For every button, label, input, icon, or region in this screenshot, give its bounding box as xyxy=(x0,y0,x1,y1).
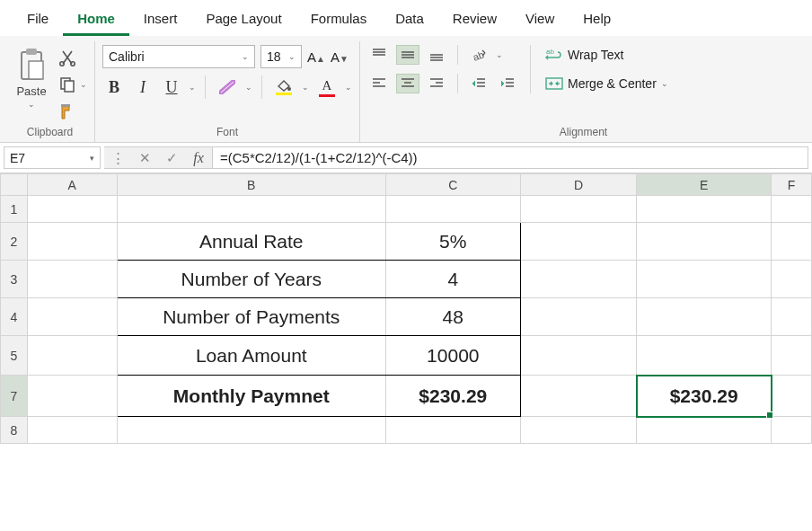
font-size-select[interactable]: 18 ⌄ xyxy=(260,45,302,68)
fill-color-button[interactable] xyxy=(271,79,296,95)
menu-file[interactable]: File xyxy=(13,5,63,36)
col-header-C[interactable]: C xyxy=(385,174,520,196)
cell-E3[interactable] xyxy=(637,261,772,298)
cell-A5[interactable] xyxy=(27,336,117,376)
col-header-B[interactable]: B xyxy=(117,174,385,196)
cell-C3[interactable]: 4 xyxy=(385,261,520,298)
cell-B5[interactable]: Loan Amount xyxy=(117,336,385,376)
font-color-button[interactable]: A xyxy=(314,78,340,97)
menu-data[interactable]: Data xyxy=(381,5,438,36)
row-header-2[interactable]: 2 xyxy=(1,223,28,261)
enter-formula-button[interactable]: ✓ xyxy=(158,150,185,166)
cell-E5[interactable] xyxy=(637,336,772,376)
cell-E8[interactable] xyxy=(637,417,772,444)
cell-C7[interactable]: $230.29 xyxy=(385,376,520,417)
col-header-A[interactable]: A xyxy=(27,174,117,196)
font-group-label: Font xyxy=(102,122,352,140)
cell-C4[interactable]: 48 xyxy=(385,298,520,336)
cell-C1[interactable] xyxy=(385,196,520,223)
row-header-1[interactable]: 1 xyxy=(1,196,28,223)
cell-A2[interactable] xyxy=(27,223,117,261)
decrease-indent-button[interactable] xyxy=(467,74,490,93)
merge-center-button[interactable]: Merge & Center ⌄ xyxy=(542,74,672,93)
cell-B4[interactable]: Number of Payments xyxy=(117,298,385,336)
cell-F4[interactable] xyxy=(772,298,812,336)
col-header-E[interactable]: E xyxy=(637,174,772,196)
align-bottom-button[interactable] xyxy=(425,45,448,65)
row-header-3[interactable]: 3 xyxy=(1,261,28,298)
menu-view[interactable]: View xyxy=(511,5,569,36)
cell-B7[interactable]: Monthly Paymnet xyxy=(117,376,385,417)
cell-F8[interactable] xyxy=(772,417,812,444)
cell-F7[interactable] xyxy=(772,376,812,417)
cell-D4[interactable] xyxy=(520,298,637,336)
cell-B1[interactable] xyxy=(117,196,385,223)
orientation-button[interactable]: ab xyxy=(467,45,490,65)
cell-E1[interactable] xyxy=(637,196,772,223)
align-top-button[interactable] xyxy=(367,45,391,65)
align-right-button[interactable] xyxy=(425,74,448,93)
row-header-4[interactable]: 4 xyxy=(1,298,28,336)
wrap-text-button[interactable]: ab Wrap Text xyxy=(542,45,672,65)
formula-options-button[interactable]: ⋮ xyxy=(104,150,131,166)
name-box-value: E7 xyxy=(10,151,25,165)
paste-button[interactable]: Paste ⌄ xyxy=(13,45,50,111)
cell-A3[interactable] xyxy=(27,261,117,298)
cell-D1[interactable] xyxy=(520,196,637,223)
cell-A7[interactable] xyxy=(27,376,117,417)
cell-D8[interactable] xyxy=(520,417,637,444)
menu-home[interactable]: Home xyxy=(63,5,129,36)
menu-insert[interactable]: Insert xyxy=(129,5,192,36)
cell-D7[interactable] xyxy=(520,376,637,417)
cell-C8[interactable] xyxy=(385,417,520,444)
col-header-D[interactable]: D xyxy=(520,174,637,196)
font-name-select[interactable]: Calibri ⌄ xyxy=(102,45,255,68)
format-painter-button[interactable] xyxy=(56,101,79,122)
menu-page-layout[interactable]: Page Layout xyxy=(191,5,296,36)
align-middle-button[interactable] xyxy=(396,45,419,65)
select-all-corner[interactable] xyxy=(1,174,28,196)
italic-button[interactable]: I xyxy=(131,75,154,99)
cell-E7[interactable]: $230.29 xyxy=(637,376,772,417)
align-center-button[interactable] xyxy=(396,74,419,93)
increase-indent-button[interactable] xyxy=(496,74,519,93)
cell-B2[interactable]: Annual Rate xyxy=(117,223,385,261)
menu-help[interactable]: Help xyxy=(569,5,625,36)
cell-D2[interactable] xyxy=(520,223,637,261)
underline-button[interactable]: U xyxy=(160,75,183,99)
cell-F1[interactable] xyxy=(772,196,812,223)
menu-review[interactable]: Review xyxy=(438,5,511,36)
cut-button[interactable] xyxy=(56,47,79,68)
cell-C2[interactable]: 5% xyxy=(385,223,520,261)
row-header-5[interactable]: 5 xyxy=(1,336,28,376)
row-header-8[interactable]: 8 xyxy=(1,417,28,444)
row-header-7[interactable]: 7 xyxy=(1,376,28,417)
cell-F2[interactable] xyxy=(772,223,812,261)
increase-font-button[interactable]: A▲ xyxy=(307,49,325,65)
border-button[interactable] xyxy=(215,80,240,94)
insert-function-button[interactable]: fx xyxy=(185,150,212,166)
cell-D3[interactable] xyxy=(520,261,637,298)
col-header-F[interactable]: F xyxy=(772,174,812,196)
copy-button[interactable] xyxy=(56,74,79,95)
cell-A4[interactable] xyxy=(27,298,117,336)
cell-E4[interactable] xyxy=(637,298,772,336)
cell-F3[interactable] xyxy=(772,261,812,298)
cell-F5[interactable] xyxy=(772,336,812,376)
cell-C5[interactable]: 10000 xyxy=(385,336,520,376)
cancel-formula-button[interactable]: ✕ xyxy=(131,150,158,166)
decrease-font-button[interactable]: A▼ xyxy=(331,49,349,65)
formula-input[interactable]: =(C5*C2/12)/(1-(1+C2/12)^(-C4)) xyxy=(213,146,808,169)
cell-A1[interactable] xyxy=(27,196,117,223)
cell-B8[interactable] xyxy=(117,417,385,444)
align-left-button[interactable] xyxy=(367,74,391,93)
bold-button[interactable]: B xyxy=(102,75,126,99)
name-box[interactable]: E7 ▾ xyxy=(4,146,101,169)
copy-icon xyxy=(58,75,76,93)
cell-D5[interactable] xyxy=(520,336,637,376)
align-top-icon xyxy=(371,48,387,62)
cell-E2[interactable] xyxy=(637,223,772,261)
cell-A8[interactable] xyxy=(27,417,117,444)
cell-B3[interactable]: Number of Years xyxy=(117,261,385,298)
menu-formulas[interactable]: Formulas xyxy=(296,5,382,36)
